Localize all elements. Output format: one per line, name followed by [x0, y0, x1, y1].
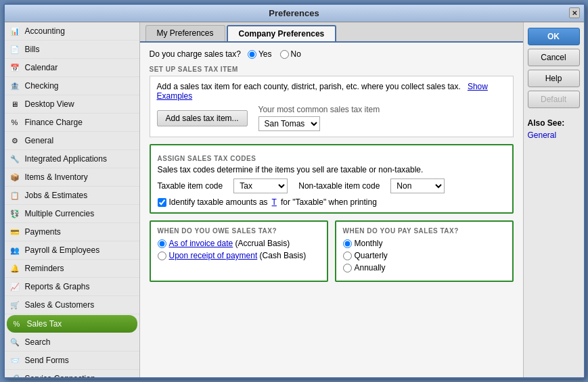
tab-my-preferences[interactable]: My Preferences — [145, 25, 225, 41]
common-tax-dropdown-wrap: San Tomas — [258, 116, 380, 131]
identify-checkbox[interactable] — [158, 198, 166, 207]
identify-T: T — [272, 197, 277, 207]
sidebar-item-label-sales-tax: Sales Tax — [27, 319, 62, 329]
charge-question: Do you charge sales tax? — [150, 49, 241, 59]
cancel-button[interactable]: Cancel — [528, 49, 580, 66]
taxable-label: Taxable item code — [158, 181, 223, 191]
also-see: Also See: General — [528, 118, 580, 140]
sidebar-item-reports-graphs[interactable]: 📈Reports & Graphs — [5, 278, 139, 296]
sidebar-item-label-finance-charge: Finance Charge — [25, 118, 83, 127]
sidebar-item-bills[interactable]: 📄Bills — [5, 41, 139, 59]
right-buttons: OK Cancel Help Default Also See: General — [523, 22, 584, 377]
sidebar-item-label-checking: Checking — [25, 81, 59, 91]
payments-icon: 💳 — [9, 226, 21, 238]
main-content: My Preferences Company Preferences Do yo… — [140, 22, 523, 377]
setup-controls: Add sales tax item... Your most common s… — [157, 105, 506, 131]
sidebar-item-label-integrated-apps: Integrated Applications — [25, 154, 107, 164]
sidebar-item-payments[interactable]: 💳Payments — [5, 223, 139, 241]
content-area: 📊Accounting📄Bills📅Calendar🏦Checking🖥Desk… — [5, 22, 584, 377]
jobs-estimates-icon: 📋 — [9, 189, 21, 201]
sidebar: 📊Accounting📄Bills📅Calendar🏦Checking🖥Desk… — [5, 22, 140, 377]
monthly-option[interactable]: Monthly — [343, 239, 505, 248]
cash-radio[interactable] — [158, 252, 166, 260]
sidebar-item-reminders[interactable]: 🔔Reminders — [5, 260, 139, 278]
yes-radio[interactable] — [248, 50, 256, 59]
common-tax-dropdown[interactable]: San Tomas — [258, 116, 320, 131]
setup-desc-line2: collect sales tax. — [401, 82, 461, 91]
when-owe-header: WHEN DO YOU OWE SALES TAX? — [158, 227, 320, 235]
quarterly-option[interactable]: Quarterly — [343, 251, 505, 260]
sidebar-item-checking[interactable]: 🏦Checking — [5, 77, 139, 95]
monthly-label: Monthly — [355, 239, 383, 248]
tabs-bar: My Preferences Company Preferences — [140, 22, 523, 43]
reports-graphs-icon: 📈 — [9, 281, 21, 293]
cash-rest: (Cash Basis) — [260, 251, 307, 260]
sidebar-item-jobs-estimates[interactable]: 📋Jobs & Estimates — [5, 187, 139, 205]
help-button[interactable]: Help — [528, 70, 580, 87]
quarterly-radio[interactable] — [343, 252, 352, 260]
panel-content: Do you charge sales tax? Yes No SET UP S… — [140, 43, 523, 377]
sidebar-item-sales-tax[interactable]: %Sales Tax — [7, 315, 137, 333]
sidebar-item-sales-customers[interactable]: 🛒Sales & Customers — [5, 296, 139, 314]
charge-radio-group: Yes No — [248, 49, 301, 59]
add-sales-tax-btn[interactable]: Add sales tax item... — [157, 110, 248, 126]
integrated-apps-icon: 🔧 — [9, 153, 21, 165]
when-pay-box: WHEN DO YOU PAY SALES TAX? Monthly Quart… — [335, 220, 514, 282]
identify-rest: for "Taxable" when printing — [281, 197, 377, 207]
accrual-link[interactable]: As of invoice date — [169, 239, 233, 248]
sidebar-item-finance-charge[interactable]: %Finance Charge — [5, 114, 139, 132]
sidebar-item-desktop-view[interactable]: 🖥Desktop View — [5, 95, 139, 114]
nontaxable-dropdown[interactable]: Non — [390, 178, 445, 193]
search-icon: 🔍 — [9, 336, 21, 348]
common-tax-section: Your most common sales tax item San Toma… — [258, 105, 380, 131]
cash-option[interactable]: Upon receipt of payment (Cash Basis) — [158, 251, 320, 260]
sidebar-item-integrated-apps[interactable]: 🔧Integrated Applications — [5, 150, 139, 168]
cash-link[interactable]: Upon receipt of payment — [169, 251, 258, 260]
annually-radio[interactable] — [343, 264, 352, 272]
sidebar-item-payroll-employees[interactable]: 👥Payroll & Employees — [5, 241, 139, 260]
payroll-employees-icon: 👥 — [9, 244, 21, 256]
no-radio[interactable] — [280, 50, 289, 59]
ok-button[interactable]: OK — [528, 28, 580, 45]
desktop-view-icon: 🖥 — [9, 98, 21, 110]
sidebar-item-send-forms[interactable]: 📨Send Forms — [5, 352, 139, 370]
accrual-option[interactable]: As of invoice date (Accrual Basis) — [158, 239, 320, 248]
annually-option[interactable]: Annually — [343, 263, 505, 272]
sidebar-item-label-send-forms: Send Forms — [25, 356, 69, 365]
cash-label: Upon receipt of payment (Cash Basis) — [169, 251, 307, 260]
assign-desc: Sales tax codes determine if the items y… — [158, 165, 505, 174]
multiple-currencies-icon: 💱 — [9, 208, 21, 220]
also-see-title: Also See: — [528, 118, 580, 128]
nontaxable-label: Non-taxable item code — [298, 181, 380, 191]
accounting-icon: 📊 — [9, 25, 21, 37]
sidebar-item-search[interactable]: 🔍Search — [5, 333, 139, 352]
sidebar-item-service-connection[interactable]: 🔗Service Connection — [5, 370, 139, 377]
no-option[interactable]: No — [280, 49, 301, 59]
also-see-general[interactable]: General — [528, 130, 557, 140]
sidebar-item-general[interactable]: ⚙General — [5, 132, 139, 150]
sidebar-item-calendar[interactable]: 📅Calendar — [5, 59, 139, 77]
default-button[interactable]: Default — [528, 91, 580, 108]
tab-company-preferences[interactable]: Company Preferences — [227, 25, 337, 41]
annually-label: Annually — [355, 263, 386, 272]
sidebar-item-label-calendar: Calendar — [25, 63, 58, 72]
sidebar-item-accounting[interactable]: 📊Accounting — [5, 22, 139, 41]
sidebar-item-label-payroll-employees: Payroll & Employees — [25, 245, 100, 255]
sidebar-item-items-inventory[interactable]: 📦Items & Inventory — [5, 168, 139, 187]
sales-tax-icon: % — [11, 318, 23, 330]
sidebar-item-multiple-currencies[interactable]: 💱Multiple Currencies — [5, 205, 139, 223]
monthly-radio[interactable] — [343, 239, 352, 248]
when-row: WHEN DO YOU OWE SALES TAX? As of invoice… — [150, 220, 514, 282]
calendar-icon: 📅 — [9, 62, 21, 74]
yes-option[interactable]: Yes — [248, 49, 272, 59]
sidebar-scroll[interactable]: 📊Accounting📄Bills📅Calendar🏦Checking🖥Desk… — [5, 22, 139, 377]
sidebar-item-label-jobs-estimates: Jobs & Estimates — [25, 191, 88, 200]
send-forms-icon: 📨 — [9, 354, 21, 366]
sidebar-item-label-accounting: Accounting — [25, 26, 65, 36]
taxable-dropdown[interactable]: Tax — [233, 178, 288, 193]
common-tax-label: Your most common sales tax item — [258, 105, 380, 114]
sales-customers-icon: 🛒 — [9, 299, 21, 311]
accrual-radio[interactable] — [158, 239, 166, 248]
close-button[interactable]: ✕ — [569, 7, 580, 18]
sidebar-item-label-multiple-currencies: Multiple Currencies — [25, 209, 95, 218]
